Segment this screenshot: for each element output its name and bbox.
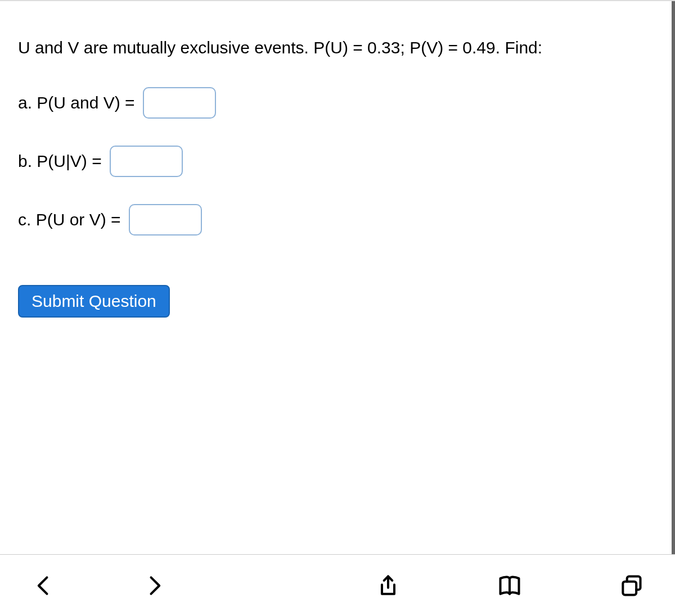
part-c-label: c. P(U or V) = bbox=[18, 210, 121, 229]
forward-icon[interactable] bbox=[138, 570, 170, 601]
tabs-icon[interactable] bbox=[615, 570, 647, 601]
browser-toolbar bbox=[0, 554, 675, 616]
question-content: U and V are mutually exclusive events. P… bbox=[0, 1, 675, 555]
question-prompt: U and V are mutually exclusive events. P… bbox=[18, 35, 654, 60]
toolbar-actions-group bbox=[372, 570, 647, 601]
submit-button[interactable]: Submit Question bbox=[18, 285, 170, 318]
back-icon[interactable] bbox=[28, 570, 60, 601]
part-b-label: b. P(U|V) = bbox=[18, 152, 102, 171]
part-a-label: a. P(U and V) = bbox=[18, 93, 135, 112]
part-a-input[interactable] bbox=[143, 87, 216, 119]
part-a-row: a. P(U and V) = bbox=[18, 87, 654, 119]
svg-rect-0 bbox=[623, 581, 636, 595]
part-c-input[interactable] bbox=[129, 204, 202, 235]
part-b-row: b. P(U|V) = bbox=[18, 146, 654, 177]
book-icon[interactable] bbox=[494, 570, 525, 601]
toolbar-nav-group bbox=[28, 570, 170, 601]
share-icon[interactable] bbox=[372, 570, 404, 601]
part-c-row: c. P(U or V) = bbox=[18, 204, 654, 235]
part-b-input[interactable] bbox=[110, 146, 183, 177]
